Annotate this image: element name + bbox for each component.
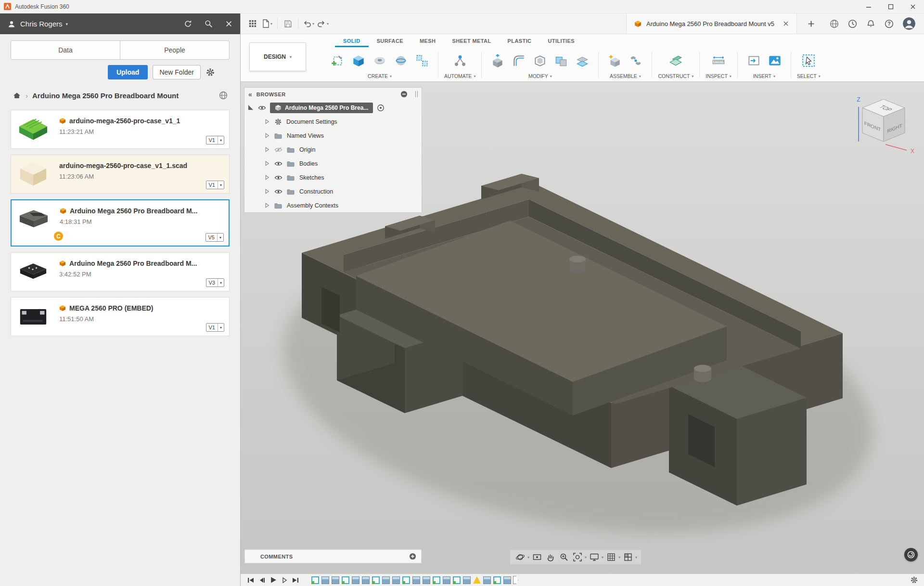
timeline-sketch-feature-icon[interactable]: [372, 576, 380, 584]
step-back-icon[interactable]: [258, 577, 265, 584]
joint-icon[interactable]: [626, 50, 646, 72]
app-launcher-grid-icon[interactable]: [245, 16, 260, 31]
tab-sheet-metal[interactable]: SHEET METAL: [444, 34, 499, 47]
account-avatar[interactable]: [903, 17, 915, 30]
browser-node-assembly-contexts[interactable]: Assembly Contexts: [244, 198, 422, 212]
pattern-icon[interactable]: [412, 50, 432, 72]
user-menu[interactable]: Chris Rogers: [20, 20, 63, 28]
notifications-bell-icon[interactable]: [866, 19, 875, 28]
timeline-settings-gear-icon[interactable]: [910, 576, 918, 584]
add-comment-icon[interactable]: [409, 553, 416, 560]
collapse-browser-icon[interactable]: «: [248, 91, 252, 98]
timeline-extrude-feature-icon[interactable]: [483, 576, 491, 584]
web-globe-icon[interactable]: [830, 19, 839, 28]
hide-all-icon[interactable]: [400, 91, 408, 98]
group-label-assemble[interactable]: ASSEMBLE▾: [610, 73, 641, 80]
browser-root-node[interactable]: Arduino Mega 2560 Pro Brea...: [244, 101, 422, 115]
zoom-icon[interactable]: [558, 551, 570, 563]
group-label-modify[interactable]: MODIFY▾: [528, 73, 552, 80]
go-to-end-icon[interactable]: [292, 577, 299, 584]
undo-icon[interactable]: ▾: [301, 16, 316, 31]
list-item-selected[interactable]: Arduino Mega 2560 Pro Breadboard M... 4:…: [11, 199, 230, 247]
visibility-eye-icon[interactable]: [274, 161, 282, 167]
orbit-icon[interactable]: [514, 551, 526, 563]
version-dropdown[interactable]: V1▾: [206, 181, 224, 189]
group-label-insert[interactable]: INSERT▾: [753, 73, 775, 80]
timeline-sketch-feature-icon[interactable]: [433, 576, 440, 584]
group-label-construct[interactable]: CONSTRUCT▾: [658, 73, 693, 80]
go-to-start-icon[interactable]: [247, 577, 254, 584]
document-tab[interactable]: Arduino Mega 2560 Pro Breadboard Mount v…: [626, 13, 797, 34]
browser-node-bodies[interactable]: Bodies: [244, 156, 422, 170]
combine-icon[interactable]: [551, 50, 571, 72]
press-pull-icon[interactable]: [488, 50, 508, 72]
file-menu-icon[interactable]: ▾: [260, 16, 274, 31]
revolve-icon[interactable]: [370, 50, 390, 72]
chevron-down-icon[interactable]: ▾: [618, 555, 620, 560]
browser-resize-handle[interactable]: [415, 91, 418, 97]
group-label-automate[interactable]: AUTOMATE▾: [444, 73, 475, 80]
tab-plastic[interactable]: PLASTIC: [500, 34, 540, 47]
timeline-sketch-feature-icon[interactable]: [342, 576, 349, 584]
save-icon[interactable]: [281, 16, 295, 31]
timeline-extrude-feature-icon[interactable]: [332, 576, 339, 584]
home-icon[interactable]: [13, 91, 21, 99]
viewports-icon[interactable]: [622, 551, 634, 563]
chevron-down-icon[interactable]: ▾: [585, 555, 587, 560]
tab-surface[interactable]: SURFACE: [369, 34, 411, 47]
web-globe-icon[interactable]: [219, 91, 228, 100]
project-name[interactable]: Arduino Mega 2560 Pro Breadboard Mount: [32, 91, 215, 100]
redo-icon[interactable]: ▾: [316, 16, 330, 31]
display-settings-icon[interactable]: [588, 551, 600, 563]
maximize-button[interactable]: [880, 0, 902, 13]
expand-chevron-icon[interactable]: [264, 160, 270, 167]
browser-node-origin[interactable]: Origin: [244, 143, 422, 156]
sweep-icon[interactable]: [391, 50, 411, 72]
list-item[interactable]: arduino-mega-2560-pro-case_v1_1.scad 11:…: [11, 155, 230, 194]
timeline-extrude-feature-icon[interactable]: [362, 576, 370, 584]
new-document-tab-button[interactable]: [804, 16, 818, 31]
extrude-icon[interactable]: [348, 50, 369, 72]
chevron-down-icon[interactable]: ▾: [66, 22, 68, 26]
expand-chevron-icon[interactable]: [264, 132, 270, 139]
tab-people[interactable]: People: [120, 41, 229, 59]
construction-plane-icon[interactable]: [666, 50, 686, 72]
tab-solid[interactable]: SOLID: [335, 34, 369, 47]
assistant-icon[interactable]: [904, 548, 918, 561]
view-cube[interactable]: Z X TOP FRONT RIGHT: [849, 94, 916, 157]
browser-node-named-views[interactable]: Named Views: [244, 129, 422, 143]
workspace-switcher[interactable]: DESIGN ▾: [249, 42, 306, 71]
viewport-canvas[interactable]: « BROWSER Arduino Mega 2560 Pro Brea...: [241, 82, 924, 573]
timeline-extrude-feature-icon[interactable]: [321, 576, 329, 584]
timeline-position-marker[interactable]: [513, 576, 518, 584]
list-item[interactable]: Arduino Mega 2560 Pro Breadboard M... 3:…: [11, 252, 230, 291]
timeline-sketch-feature-icon[interactable]: [493, 576, 501, 584]
shell-icon[interactable]: [530, 50, 550, 72]
version-dropdown[interactable]: V1▾: [206, 323, 224, 332]
timeline-sketch-feature-icon[interactable]: [402, 576, 410, 584]
minimize-button[interactable]: [858, 0, 880, 13]
visibility-eye-icon[interactable]: [274, 175, 282, 181]
new-component-icon[interactable]: [604, 50, 625, 72]
chevron-down-icon[interactable]: ▾: [635, 555, 637, 560]
insert-canvas-icon[interactable]: [765, 50, 785, 72]
insert-derive-icon[interactable]: [744, 50, 764, 72]
timeline-extrude-feature-icon[interactable]: [443, 576, 450, 584]
expand-chevron-icon[interactable]: [264, 202, 270, 208]
browser-node-construction[interactable]: Construction: [244, 184, 422, 198]
close-button[interactable]: [902, 0, 924, 13]
list-item[interactable]: arduino-mega-2560-pro-case_v1_1 11:23:21…: [11, 110, 230, 149]
pan-hand-icon[interactable]: [544, 551, 556, 563]
refresh-icon[interactable]: [184, 20, 192, 28]
timeline-extrude-feature-icon[interactable]: [463, 576, 471, 584]
expand-chevron-icon[interactable]: [264, 174, 270, 181]
group-label-select[interactable]: SELECT▾: [797, 73, 821, 80]
help-icon[interactable]: ?: [885, 19, 894, 28]
measure-icon[interactable]: [708, 50, 729, 72]
step-forward-icon[interactable]: [281, 577, 288, 584]
timeline-sketch-feature-icon[interactable]: [453, 576, 461, 584]
expand-chevron-icon[interactable]: [264, 188, 270, 195]
search-icon[interactable]: [205, 20, 213, 28]
fillet-icon[interactable]: [509, 50, 529, 72]
timeline-extrude-feature-icon[interactable]: [423, 576, 430, 584]
